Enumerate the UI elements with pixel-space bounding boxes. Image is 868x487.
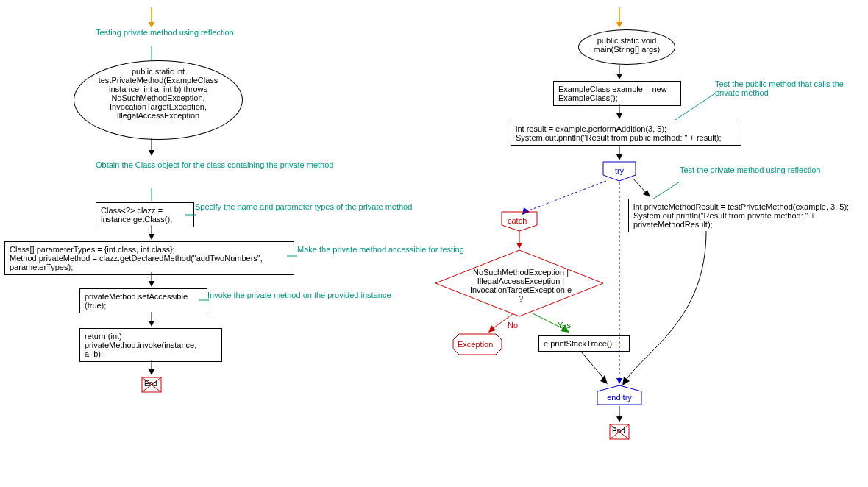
dashed-try-endtry [615,182,624,385]
box-clazz: Class<?> clazz = instance.getClass(); [96,202,194,227]
end-left: End [141,377,162,393]
svg-marker-23 [616,74,622,79]
comment-line-1 [150,46,153,60]
comment-line-2 [150,188,153,201]
comment-line-3 [185,213,196,216]
ellipse-right-main: public static void main(String[] args) [578,29,675,65]
left-start-arrow [144,7,159,29]
svg-marker-45 [600,375,608,384]
box-invoke: return (int) privateMethod.invoke(instan… [79,328,222,362]
box-example: ExampleClass example = new ExampleClass(… [553,81,681,106]
arrow-printstack-endtry [578,352,611,385]
comment-line-4 [287,255,297,257]
box-result: int result = example.performAddition(3, … [511,121,741,146]
box-privresult: int privateMethodResult = testPrivateMet… [628,199,868,232]
comment-line-5 [199,299,209,302]
svg-line-38 [491,313,513,330]
arrow-right-2 [615,104,624,121]
dashed-try-catch [496,177,621,215]
right-start-arrow [612,7,627,29]
comment-specify: Specify the name and parameter types of … [195,202,412,211]
box-paramtypes: Class[] parameterTypes = {int.class, int… [4,241,294,275]
comment-testpublic: Test the public method that calls the pr… [715,79,868,97]
comment-testing-private: Testing private method using reflection [96,28,234,37]
svg-line-40 [533,313,565,330]
svg-marker-47 [616,378,622,384]
svg-marker-14 [149,321,154,327]
svg-marker-26 [616,113,622,119]
endtry-label: end try [597,393,641,402]
exception-shape: Exception [453,334,502,355]
arrow-catch-decision [515,231,524,250]
decision-exception: NoSuchMethodException | IllegalAccessExc… [435,250,603,316]
comment-invoke: Invoke the private method on the provide… [207,291,391,299]
arrow-left-2 [147,225,156,241]
svg-marker-11 [149,281,154,287]
end-label-left: End [144,380,157,388]
catch-shape: catch [502,212,537,231]
comment-line-r1 [675,93,718,120]
svg-marker-41 [561,325,569,333]
arrow-left-4 [147,312,156,328]
box-setaccess: privateMethod.setAccessible (true); [79,288,207,313]
arrow-try-right [630,177,652,200]
comment-testprivate: Test the private method using reflection [680,166,820,174]
svg-marker-16 [149,369,154,375]
catch-label: catch [508,216,527,225]
arrow-right-3 [615,146,624,162]
arrow-right-1 [615,65,624,81]
svg-marker-8 [149,234,154,240]
flowchart-dual: Testing private method using reflection … [0,0,868,487]
svg-marker-28 [616,154,622,160]
try-label: try [603,166,636,175]
svg-marker-50 [616,416,622,422]
svg-line-44 [581,352,605,380]
arrow-left-5 [147,360,156,377]
exception-label: Exception [458,340,493,349]
arrow-no [485,310,515,335]
decision-text: NoSuchMethodException | IllegalAccessExc… [469,268,572,303]
svg-marker-1 [149,22,154,28]
end-right: End [609,424,630,440]
arrow-left-3 [147,272,156,288]
svg-marker-36 [516,243,522,249]
svg-line-32 [633,178,647,194]
ellipse-left-method: public static int testPrivateMethod(Exam… [74,60,243,140]
svg-marker-39 [488,325,496,333]
arrow-privresult-endtry [618,231,714,387]
svg-marker-21 [616,22,622,28]
arrow-left-1 [147,138,156,157]
comment-obtain: Obtain the Class object for the class co… [96,160,333,169]
svg-marker-4 [149,150,154,156]
endtry-shape: end try [597,385,641,405]
end-label-right: End [612,427,625,435]
arrow-yes [530,310,574,335]
svg-line-24 [675,93,715,120]
arrow-endtry-end [615,406,624,424]
